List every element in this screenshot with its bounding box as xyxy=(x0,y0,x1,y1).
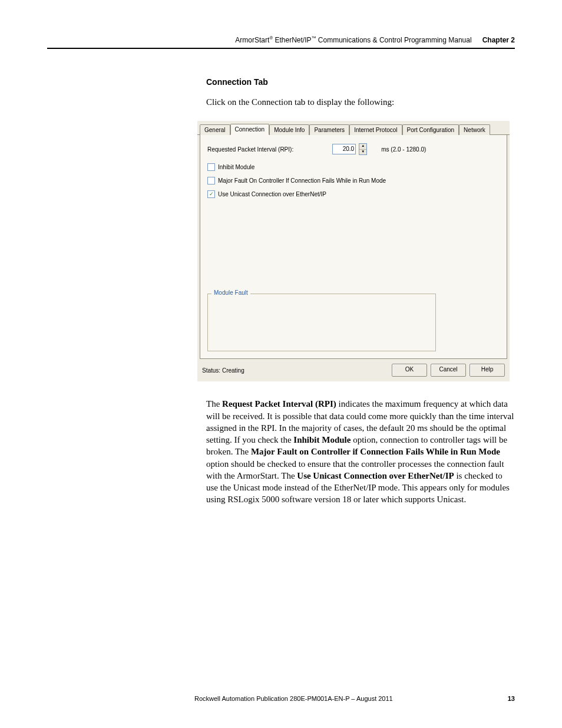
tab-network[interactable]: Network xyxy=(459,124,490,135)
tab-internet-protocol[interactable]: Internet Protocol xyxy=(349,124,402,135)
ok-button[interactable]: OK xyxy=(392,364,427,377)
cancel-button[interactable]: Cancel xyxy=(431,364,466,377)
body-b3: Major Fault on Controller if Connection … xyxy=(251,447,500,456)
inhibit-label: Inhibit Module xyxy=(218,164,254,170)
manual-title: ArmorStart® EtherNet/IP™ Communications … xyxy=(235,35,471,44)
body-b1: Request Packet Interval (RPI) xyxy=(222,399,336,409)
tab-body: Requested Packet Interval (RPI): 20.0 ▲ … xyxy=(200,135,507,359)
body-b2: Inhibit Module xyxy=(293,435,351,444)
page-footer: Rockwell Automation Publication 280E-PM0… xyxy=(47,695,515,704)
spin-up-icon[interactable]: ▲ xyxy=(359,144,366,150)
body-t1: The xyxy=(206,399,222,409)
tab-module-info[interactable]: Module Info xyxy=(269,124,309,135)
footer-spacer xyxy=(47,695,194,702)
status-row: Status: Creating OK Cancel Help xyxy=(197,359,510,377)
status-label: Status: Creating xyxy=(202,367,388,374)
rpi-range: ms (2.0 - 1280.0) xyxy=(381,146,426,153)
module-fault-group: Module Fault xyxy=(207,294,436,351)
publication-info: Rockwell Automation Publication 280E-PM0… xyxy=(194,695,485,702)
unicast-row: ✓ Use Unicast Connection over EtherNet/I… xyxy=(207,190,500,198)
tab-connection[interactable]: Connection xyxy=(230,124,270,135)
inhibit-row: Inhibit Module xyxy=(207,163,500,171)
intro-text: Click on the Connection tab to display t… xyxy=(206,96,518,108)
title-mid: EtherNet/IP xyxy=(273,36,311,44)
body-b4: Use Unicast Connection over EtherNet/IP xyxy=(297,471,454,480)
rpi-spinner[interactable]: ▲ ▼ xyxy=(359,143,367,155)
unicast-label: Use Unicast Connection over EtherNet/IP xyxy=(218,191,326,197)
connection-dialog: General Connection Module Info Parameter… xyxy=(197,121,510,381)
module-fault-legend: Module Fault xyxy=(211,289,250,296)
chapter-label: Chapter 2 xyxy=(482,36,515,44)
major-fault-checkbox[interactable] xyxy=(207,177,215,185)
unicast-checkbox[interactable]: ✓ xyxy=(207,190,215,198)
tab-general[interactable]: General xyxy=(200,124,230,135)
section-heading: Connection Tab xyxy=(206,77,518,87)
rpi-row: Requested Packet Interval (RPI): 20.0 ▲ … xyxy=(207,143,500,155)
rpi-label: Requested Packet Interval (RPI): xyxy=(207,146,293,153)
title-prefix: ArmorStart xyxy=(235,36,269,44)
inhibit-checkbox[interactable] xyxy=(207,163,215,171)
body-paragraph: The Request Packet Interval (RPI) indica… xyxy=(206,398,515,505)
help-button[interactable]: Help xyxy=(470,364,505,377)
major-fault-row: Major Fault On Controller If Connection … xyxy=(207,177,500,185)
tab-strip: General Connection Module Info Parameter… xyxy=(197,121,510,135)
major-fault-label: Major Fault On Controller If Connection … xyxy=(218,177,386,184)
tm-sup: ™ xyxy=(312,35,316,41)
rpi-input[interactable]: 20.0 xyxy=(332,144,356,154)
page-number: 13 xyxy=(485,695,515,702)
title-suffix: Communications & Control Programming Man… xyxy=(316,36,472,44)
tab-port-configuration[interactable]: Port Configuration xyxy=(402,124,459,135)
tab-parameters[interactable]: Parameters xyxy=(309,124,349,135)
spin-down-icon[interactable]: ▼ xyxy=(359,150,366,155)
page-header: ArmorStart® EtherNet/IP™ Communications … xyxy=(47,35,515,49)
